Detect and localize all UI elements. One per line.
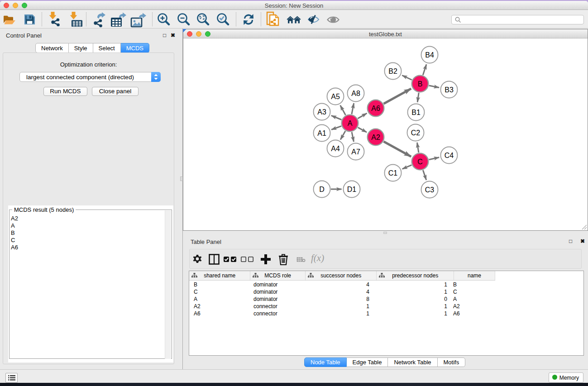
svg-text:A6: A6 [371, 105, 380, 112]
svg-text:C1: C1 [388, 169, 398, 177]
svg-text:A8: A8 [351, 90, 360, 97]
svg-text:B: B [418, 80, 423, 88]
svg-text:B2: B2 [388, 67, 397, 75]
svg-text:B1: B1 [411, 109, 421, 116]
svg-text:A1: A1 [317, 129, 326, 137]
svg-text:B4: B4 [425, 51, 434, 59]
svg-text:D1: D1 [347, 186, 357, 193]
svg-text:A2: A2 [371, 133, 380, 141]
svg-text:A7: A7 [351, 148, 360, 156]
svg-text:C2: C2 [411, 129, 421, 137]
svg-text:A4: A4 [331, 145, 340, 152]
svg-text:B3: B3 [445, 86, 454, 94]
svg-text:C: C [417, 158, 423, 166]
svg-text:A: A [348, 119, 353, 127]
svg-text:A5: A5 [331, 93, 340, 100]
svg-text:C4: C4 [445, 152, 454, 159]
svg-text:C3: C3 [425, 186, 435, 194]
svg-text:D: D [319, 186, 325, 193]
svg-text:A3: A3 [317, 108, 326, 116]
